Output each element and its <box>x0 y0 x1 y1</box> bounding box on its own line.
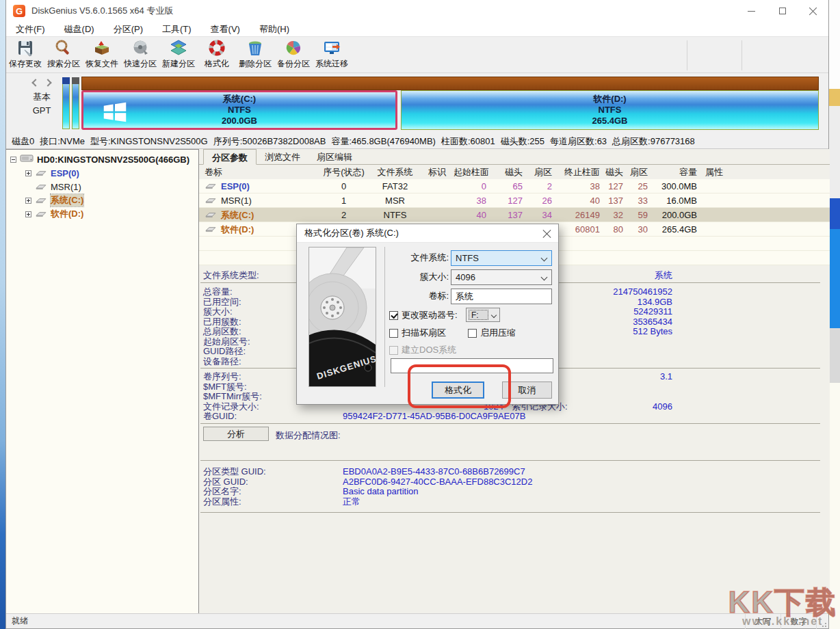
search-partition-button[interactable]: 搜索分区 <box>44 38 83 72</box>
dialog-divider <box>384 247 385 387</box>
tab-sector-edit[interactable]: 扇区编辑 <box>309 149 360 165</box>
partition-icon <box>205 208 217 222</box>
toolbar-separator <box>741 40 742 70</box>
system-migrate-button[interactable]: 系统迁移 <box>313 38 351 72</box>
toolbar-label: 备份分区 <box>277 59 310 68</box>
desktop: G DiskGenius V5.6.0.1565 x64 专业版 文件(F) 磁… <box>0 0 840 629</box>
analyze-button[interactable]: 分析 <box>203 427 269 441</box>
scan-bad-sectors-checkbox[interactable]: 扫描坏扇区 <box>389 327 446 339</box>
toolbar-label: 格式化 <box>205 59 229 68</box>
disk-extent-bar[interactable] <box>81 77 819 90</box>
filesystem-select[interactable]: NTFS <box>451 250 552 266</box>
format-icon <box>208 39 226 59</box>
table-cell: 65 <box>490 179 527 193</box>
tree-item-msr[interactable]: MSR(1) <box>6 180 198 193</box>
col-header[interactable]: 扇区 <box>527 165 556 179</box>
tree-item-esp[interactable]: ESP(0) <box>6 166 198 180</box>
menu-partition[interactable]: 分区(P) <box>104 23 153 36</box>
table-cell: 2 <box>318 208 369 222</box>
partition-icon <box>205 179 217 193</box>
disk-info-item: 磁头数:255 <box>501 135 544 148</box>
enable-compression-checkbox[interactable]: 启用压缩 <box>468 327 516 339</box>
table-cell: 127 <box>490 193 527 207</box>
col-header[interactable]: 磁头 <box>490 165 527 179</box>
mini-partition-esp[interactable] <box>62 77 70 129</box>
change-drive-letter-checkbox[interactable]: 更改驱动器号: <box>389 309 458 321</box>
checkbox-label: 更改驱动器号: <box>402 309 458 321</box>
partition-fs: NTFS <box>592 105 627 116</box>
menu-file[interactable]: 文件(F) <box>6 23 55 36</box>
recover-files-button[interactable]: 恢复文件 <box>83 38 121 72</box>
delete-partition-icon <box>246 39 264 59</box>
tree-item-system-c[interactable]: 系统(C:) <box>6 193 198 207</box>
minimize-button[interactable] <box>736 0 767 22</box>
col-header[interactable]: 卷标 <box>199 165 318 179</box>
info-label: 文件记录大小: <box>203 402 259 412</box>
menu-view[interactable]: 查看(V) <box>201 23 250 36</box>
col-header[interactable]: 属性 <box>701 165 734 179</box>
new-partition-button[interactable]: 新建分区 <box>159 38 198 72</box>
toolbar-label: 恢复文件 <box>86 59 118 68</box>
table-cell <box>701 222 734 236</box>
annotation-highlight-box <box>408 364 511 408</box>
col-header[interactable]: 终止柱面 <box>556 165 604 179</box>
partition-row-msr[interactable]: MSR(1) 1 MSR 38 127 26 40 137 33 16.0MB <box>199 193 830 208</box>
table-cell: 80 <box>604 222 626 236</box>
resize-grip[interactable] <box>816 614 828 629</box>
collapse-icon[interactable] <box>10 157 16 163</box>
volume-name-input[interactable] <box>451 289 552 304</box>
prev-disk-icon[interactable] <box>31 79 39 86</box>
col-header[interactable]: 序号(状态) <box>318 165 369 179</box>
partition-icon <box>35 168 47 178</box>
info-label: $MFT簇号: <box>203 382 247 392</box>
drive-letter-select[interactable]: F: <box>466 308 500 322</box>
table-cell: 30 <box>626 222 652 236</box>
partition-row-esp[interactable]: ESP(0) 0 FAT32 0 65 2 38 127 25 300.0MB <box>199 179 830 193</box>
next-disk-icon[interactable] <box>44 79 51 86</box>
mini-partition-msr[interactable] <box>72 77 79 129</box>
quick-partition-button[interactable]: 快速分区 <box>121 38 159 72</box>
tree-item-soft-d[interactable]: 软件(D:) <box>6 207 198 221</box>
tab-partition-params[interactable]: 分区参数 <box>203 149 257 165</box>
partition-box-soft-d[interactable]: 软件(D:) NTFS 265.4GB <box>401 90 819 130</box>
table-cell: 60801 <box>556 222 604 236</box>
save-changes-icon <box>16 39 34 59</box>
partition-icon <box>35 209 47 219</box>
backup-partition-button[interactable]: 备份分区 <box>274 38 313 72</box>
format-button-toolbar[interactable]: 格式化 <box>198 38 236 72</box>
tab-browse-files[interactable]: 浏览文件 <box>257 149 309 165</box>
expand-icon[interactable] <box>25 211 31 217</box>
menu-tools[interactable]: 工具(T) <box>153 23 201 36</box>
close-button[interactable] <box>798 0 828 22</box>
col-header[interactable]: 容量 <box>652 165 701 179</box>
cluster-size-select[interactable]: 4096 <box>451 269 552 285</box>
expand-icon[interactable] <box>25 170 31 176</box>
windows-logo-icon <box>101 99 129 127</box>
toolbar-label: 快速分区 <box>124 59 157 68</box>
tree-item-label: MSR(1) <box>51 182 81 192</box>
maximize-button[interactable] <box>767 0 798 22</box>
tree-item-disk-root[interactable]: HD0:KINGSTONSNV2S500G(466GB) <box>6 152 198 166</box>
checkbox-label: 扫描坏扇区 <box>402 327 446 339</box>
col-header[interactable]: 磁头 <box>604 165 626 179</box>
col-header[interactable]: 起始柱面 <box>454 165 490 179</box>
save-changes-button[interactable]: 保存更改 <box>6 38 44 72</box>
table-cell <box>701 179 734 193</box>
delete-partition-button[interactable]: 删除分区 <box>236 38 274 72</box>
menu-help[interactable]: 帮助(H) <box>250 23 299 36</box>
partition-icon <box>35 182 47 192</box>
background-window-strip <box>829 0 840 629</box>
background-window-fragment <box>829 229 840 328</box>
col-header[interactable]: 标识 <box>421 165 454 179</box>
partition-box-system-c[interactable]: 系统(C:) NTFS 200.0GB <box>81 90 397 130</box>
table-cell <box>701 208 734 222</box>
fs-label: 文件系统: <box>384 250 449 265</box>
dialog-close-icon[interactable] <box>542 228 553 239</box>
menu-disk[interactable]: 磁盘(D) <box>55 23 104 36</box>
table-cell: 2 <box>527 179 556 193</box>
col-header[interactable]: 扇区 <box>626 165 652 179</box>
table-cell: 127 <box>604 179 626 193</box>
expand-icon[interactable] <box>25 198 31 204</box>
partition-row-system-selected[interactable]: 系统(C:) 2 NTFS 40 137 34 26149 32 59 200.… <box>199 208 830 222</box>
col-header[interactable]: 文件系统 <box>369 165 421 179</box>
